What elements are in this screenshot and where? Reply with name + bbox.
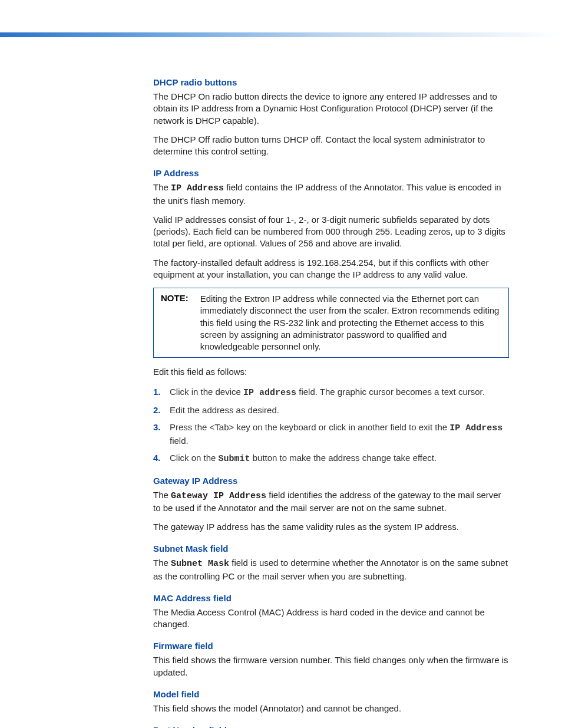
para-ip-1: The IP Address field contains the IP add… <box>153 182 509 207</box>
heading-mac: MAC Address field <box>153 593 509 603</box>
para-gateway-1: The Gateway IP Address field identifies … <box>153 489 509 515</box>
para-subnet-1: The Subnet Mask field is used to determi… <box>153 557 509 582</box>
heading-ip: IP Address <box>153 168 509 178</box>
heading-model: Model field <box>153 689 509 699</box>
code-subnet-mask: Subnet Mask <box>171 559 229 569</box>
header-gradient-bar <box>0 32 562 37</box>
page-content: DHCP radio buttons The DHCP On radio but… <box>0 37 562 728</box>
step-3: Press the <Tab> key on the keyboard or c… <box>153 421 509 447</box>
step-2: Edit the address as desired. <box>153 404 509 416</box>
para-firmware-1: This field shows the firmware version nu… <box>153 654 509 678</box>
text-fragment: button to make the address change take e… <box>250 453 437 463</box>
step-4: Click on the Submit button to make the a… <box>153 452 509 465</box>
note-label: NOTE: <box>161 293 189 353</box>
text-fragment: The <box>153 558 171 568</box>
para-ip-2: Valid IP addresses consist of four 1-, 2… <box>153 214 509 250</box>
heading-dhcp: DHCP radio buttons <box>153 77 509 87</box>
text-fragment: Click in the device <box>170 387 243 397</box>
text-fragment: Click on the <box>170 453 219 463</box>
code-ip-address-lc: IP address <box>243 388 296 398</box>
text-fragment: field. The graphic cursor becomes a text… <box>296 387 485 397</box>
note-box: NOTE: Editing the Extron IP address whil… <box>153 288 509 358</box>
para-ip-3: The factory-installed default address is… <box>153 257 509 281</box>
code-submit: Submit <box>219 454 250 464</box>
heading-subnet: Subnet Mask field <box>153 543 509 554</box>
step-1: Click in the device IP address field. Th… <box>153 386 509 399</box>
para-dhcp-1: The DHCP On radio button directs the dev… <box>153 91 509 127</box>
para-gateway-2: The gateway IP address has the same vali… <box>153 521 509 533</box>
text-fragment: The <box>153 490 171 500</box>
note-text: Editing the Extron IP address while conn… <box>200 293 501 353</box>
text-fragment: Press the <Tab> key on the keyboard or c… <box>170 422 449 432</box>
para-mac-1: The Media Access Control (MAC) Address i… <box>153 607 509 631</box>
code-ip-address: IP Address <box>449 423 503 433</box>
code-gateway-ip: Gateway IP Address <box>171 491 266 501</box>
code-ip-address: IP Address <box>171 183 224 193</box>
text-fragment: field. <box>170 436 189 446</box>
heading-firmware: Firmware field <box>153 641 509 651</box>
heading-gateway: Gateway IP Address <box>153 476 509 486</box>
para-ip-4: Edit this field as follows: <box>153 366 509 378</box>
para-model-1: This field shows the model (Annotator) a… <box>153 703 509 714</box>
para-dhcp-2: The DHCP Off radio button turns DHCP off… <box>153 134 509 158</box>
text-fragment: The <box>153 182 171 192</box>
heading-part: Part Number field <box>153 725 509 728</box>
steps-list: Click in the device IP address field. Th… <box>153 386 509 465</box>
